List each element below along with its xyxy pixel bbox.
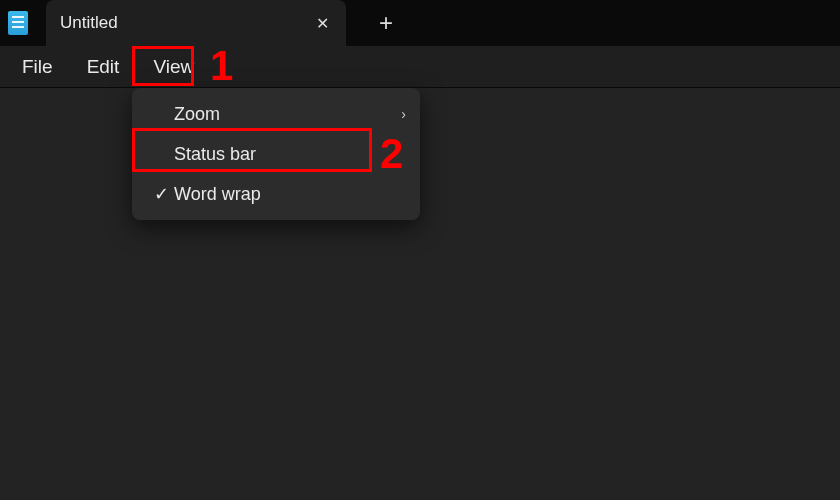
menu-file[interactable]: File (6, 50, 69, 84)
dropdown-label: Word wrap (174, 184, 406, 205)
dropdown-item-zoom[interactable]: Zoom › (132, 94, 420, 134)
notepad-icon (8, 11, 28, 35)
editor-area[interactable] (0, 88, 840, 500)
tab-untitled[interactable]: Untitled ✕ (46, 0, 346, 46)
menu-edit[interactable]: Edit (71, 50, 136, 84)
menubar: File Edit View (0, 46, 840, 88)
dropdown-item-status-bar[interactable]: Status bar (132, 134, 420, 174)
view-dropdown: Zoom › Status bar ✓ Word wrap (132, 88, 420, 220)
dropdown-item-word-wrap[interactable]: ✓ Word wrap (132, 174, 420, 214)
menu-view[interactable]: View (137, 50, 210, 84)
chevron-right-icon: › (401, 106, 406, 122)
dropdown-label: Status bar (174, 144, 406, 165)
close-icon[interactable]: ✕ (312, 13, 332, 33)
new-tab-button[interactable]: + (366, 3, 406, 43)
tab-title: Untitled (60, 13, 312, 33)
titlebar: Untitled ✕ + (0, 0, 840, 46)
check-icon: ✓ (148, 183, 174, 205)
dropdown-label: Zoom (174, 104, 401, 125)
